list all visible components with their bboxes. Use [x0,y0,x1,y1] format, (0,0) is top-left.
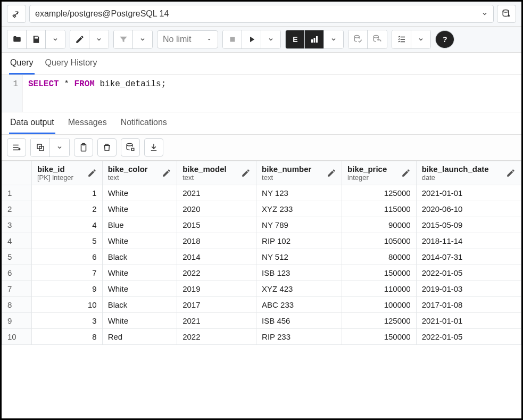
tab-notifications[interactable]: Notifications [120,112,168,134]
new-connection-button[interactable] [497,5,516,23]
cell-bike_id[interactable]: 10 [32,297,103,313]
row-number-cell[interactable]: 4 [2,233,32,249]
cell-bike_launch_date[interactable]: 2015-05-09 [416,217,521,233]
connection-status-button[interactable] [7,5,26,23]
cell-bike_price[interactable]: 125000 [342,313,417,329]
cell-bike_id[interactable]: 6 [32,249,103,265]
cell-bike_launch_date[interactable]: 2017-01-08 [416,297,521,313]
cell-bike_color[interactable]: White [102,265,177,281]
delete-row-button[interactable] [97,138,117,157]
save-file-button[interactable] [27,30,46,48]
edit-column-icon[interactable] [401,168,411,178]
row-limit-selector[interactable]: No limit [157,30,218,48]
table-row[interactable]: 810Black2017ABC 2331000002017-01-08 [2,297,521,313]
tab-data-output[interactable]: Data output [9,112,55,134]
row-number-cell[interactable]: 8 [2,297,32,313]
paste-button[interactable] [74,138,93,157]
edit-column-icon[interactable] [506,168,516,178]
column-header-bike_price[interactable]: bike_priceinteger [342,161,417,185]
edit-column-icon[interactable] [87,168,97,178]
cell-bike_model[interactable]: 2018 [177,233,256,249]
table-row[interactable]: 56Black2014NY 512800002014-07-31 [2,249,521,265]
column-header-bike_launch_date[interactable]: bike_launch_datedate [416,161,521,185]
cell-bike_price[interactable]: 90000 [342,217,417,233]
table-row[interactable]: 79White2019XYZ 4231100002019-01-03 [2,281,521,297]
cell-bike_id[interactable]: 1 [32,185,103,201]
cell-bike_launch_date[interactable]: 2022-01-05 [416,329,521,345]
cell-bike_color[interactable]: Black [102,297,177,313]
connection-selector[interactable]: example/postgres@PostgreSQL 14 [29,5,494,23]
cell-bike_price[interactable]: 125000 [342,185,417,201]
cell-bike_color[interactable]: White [102,313,177,329]
cell-bike_color[interactable]: White [102,185,177,201]
download-button[interactable] [144,138,163,157]
cell-bike_number[interactable]: ISB 456 [256,313,342,329]
cell-bike_launch_date[interactable]: 2022-01-05 [416,265,521,281]
copy-dropdown[interactable] [50,138,69,157]
explain-dropdown[interactable] [324,30,343,48]
column-header-bike_number[interactable]: bike_numbertext [256,161,342,185]
row-number-cell[interactable]: 2 [2,201,32,217]
cell-bike_id[interactable]: 3 [32,313,103,329]
cell-bike_color[interactable]: Blue [102,217,177,233]
cell-bike_launch_date[interactable]: 2014-07-31 [416,249,521,265]
editor-code[interactable]: SELECT * FROM bike_details; [23,75,171,112]
cell-bike_model[interactable]: 2021 [177,185,256,201]
save-data-button[interactable] [121,138,140,157]
open-file-button[interactable] [7,30,27,48]
cell-bike_number[interactable]: NY 512 [256,249,342,265]
cell-bike_id[interactable]: 2 [32,201,103,217]
tab-query[interactable]: Query [9,53,35,75]
column-header-bike_color[interactable]: bike_colortext [102,161,177,185]
cell-bike_model[interactable]: 2022 [177,329,256,345]
cell-bike_id[interactable]: 7 [32,265,103,281]
save-file-dropdown[interactable] [46,30,65,48]
filter-button[interactable] [114,30,133,48]
table-row[interactable]: 45White2018RIP 1021050002018-11-14 [2,233,521,249]
execute-dropdown[interactable] [261,30,280,48]
macros-dropdown[interactable] [411,30,430,48]
rollback-button[interactable] [368,30,387,48]
table-row[interactable]: 22White2020XYZ 2331150002020-06-10 [2,201,521,217]
data-grid-wrapper[interactable]: bike_id[PK] integerbike_colortextbike_mo… [2,161,521,418]
row-number-cell[interactable]: 1 [2,185,32,201]
column-header-bike_model[interactable]: bike_modeltext [177,161,256,185]
help-button[interactable]: ? [435,30,454,48]
row-number-cell[interactable]: 9 [2,313,32,329]
filter-dropdown[interactable] [133,30,152,48]
cell-bike_price[interactable]: 115000 [342,201,417,217]
cell-bike_id[interactable]: 9 [32,281,103,297]
cell-bike_color[interactable]: White [102,201,177,217]
explain-button[interactable]: E [286,30,305,48]
copy-button[interactable] [31,138,50,157]
cell-bike_price[interactable]: 100000 [342,297,417,313]
cell-bike_price[interactable]: 80000 [342,249,417,265]
cell-bike_model[interactable]: 2022 [177,265,256,281]
edit-column-icon[interactable] [241,168,251,178]
edit-column-icon[interactable] [162,168,171,178]
cell-bike_launch_date[interactable]: 2021-01-01 [416,313,521,329]
cell-bike_number[interactable]: NY 123 [256,185,342,201]
table-row[interactable]: 11White2021NY 1231250002021-01-01 [2,185,521,201]
tab-messages[interactable]: Messages [67,112,108,134]
edit-dropdown[interactable] [89,30,109,48]
edit-column-icon[interactable] [327,168,336,178]
edit-button[interactable] [70,30,89,48]
cell-bike_launch_date[interactable]: 2020-06-10 [416,201,521,217]
stop-button[interactable] [223,30,242,48]
cell-bike_model[interactable]: 2020 [177,201,256,217]
cell-bike_number[interactable]: ISB 123 [256,265,342,281]
cell-bike_number[interactable]: RIP 102 [256,233,342,249]
table-row[interactable]: 34Blue2015NY 789900002015-05-09 [2,217,521,233]
cell-bike_price[interactable]: 105000 [342,233,417,249]
commit-button[interactable] [348,30,368,48]
table-row[interactable]: 67White2022ISB 1231500002022-01-05 [2,265,521,281]
table-row[interactable]: 108Red2022RIP 2331500002022-01-05 [2,329,521,345]
macros-button[interactable] [392,30,411,48]
explain-analyze-button[interactable] [305,30,324,48]
row-number-cell[interactable]: 5 [2,249,32,265]
cell-bike_number[interactable]: XYZ 423 [256,281,342,297]
column-header-bike_id[interactable]: bike_id[PK] integer [32,161,103,185]
cell-bike_id[interactable]: 8 [32,329,103,345]
cell-bike_color[interactable]: White [102,233,177,249]
